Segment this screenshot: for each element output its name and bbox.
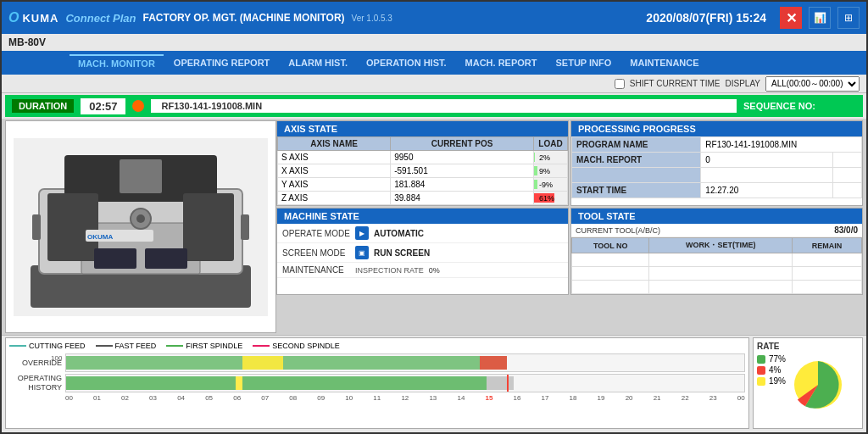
- time-20: 20: [626, 394, 633, 402]
- legend-cutting-feed: CUTTING FEED: [9, 342, 86, 350]
- prog-label-program: PROGRAM NAME: [572, 137, 701, 153]
- axis-pos-x: -591.501: [391, 164, 534, 178]
- table-row: [572, 267, 862, 281]
- table-row: Y AXIS 181.884 -9%: [278, 178, 568, 192]
- inspection-rate-value: 0%: [429, 266, 440, 275]
- col-tool-no: TOOL NO: [572, 238, 649, 253]
- override-chart-row: OVERRIDE 100: [9, 353, 745, 372]
- table-row: X AXIS -591.501 9%: [278, 164, 568, 178]
- rate-panel: RATE 77% 4% 19%: [753, 337, 863, 429]
- machine-state-header: MACHINE STATE: [277, 209, 568, 224]
- axis-pos-s: 9950: [391, 151, 534, 164]
- prog-val-empty: [701, 168, 832, 183]
- nav-alarm-hist[interactable]: ALARM HIST.: [280, 55, 356, 70]
- history-yellow1: [236, 376, 242, 390]
- display-select[interactable]: ALL(00:00～00:00): [765, 76, 860, 92]
- axis-name-z: Z AXIS: [278, 192, 391, 205]
- override-green-bar: [66, 356, 507, 370]
- history-marker: [507, 375, 509, 392]
- time-18: 18: [570, 394, 577, 402]
- time-06: 06: [233, 394, 241, 402]
- load-text-x: 9%: [537, 165, 552, 177]
- legend-fast-feed-label: FAST FEED: [115, 342, 157, 350]
- current-tool-label: CURRENT TOOL(A/B/C): [576, 226, 660, 235]
- shift-current-time-checkbox[interactable]: [615, 79, 625, 89]
- history-gray1: [487, 376, 514, 390]
- header: O KUMA Connect Plan FACTORY OP. MGT. (MA…: [2, 2, 866, 34]
- history-green1: [66, 376, 236, 390]
- processing-progress-header: PROCESSING PROGRESS: [571, 121, 862, 136]
- load-bar-fill: [534, 153, 535, 162]
- nav-maintenance[interactable]: MAINTENANCE: [621, 55, 707, 70]
- time-14: 14: [457, 394, 465, 402]
- operating-history-label: OPERATINGHISTORY: [9, 374, 62, 392]
- svg-rect-11: [32, 214, 41, 240]
- svg-rect-13: [120, 159, 162, 193]
- shift-label: SHIFT CURRENT TIME: [630, 79, 721, 88]
- time-11: 11: [373, 394, 381, 402]
- monitor-icon-button[interactable]: 📊: [809, 7, 831, 29]
- nav-operating-report[interactable]: OPERATING REPORT: [165, 55, 278, 70]
- machine-name: MB-80V: [8, 36, 46, 48]
- tool-table: TOOL NO WORK・SET(TIME) REMAIN: [571, 237, 862, 294]
- rate-dot-yellow: [757, 377, 765, 386]
- time-17: 17: [542, 394, 549, 402]
- rate-label-red: 4%: [769, 365, 781, 375]
- axis-table: AXIS NAME CURRENT POS LOAD S AXIS 9950: [277, 136, 568, 205]
- duration-bar: DURATION 02:57 RF130-141-191008.MIN SEQU…: [5, 95, 863, 117]
- operate-mode-icon: ▶: [355, 226, 369, 240]
- legend-first-spindle-label: FIRST SPINDLE: [186, 342, 242, 350]
- col-load: LOAD: [534, 137, 568, 151]
- table-row: [572, 168, 862, 183]
- time-19: 19: [598, 394, 605, 402]
- rate-label-green: 77%: [769, 354, 786, 364]
- col-remain: REMAIN: [793, 238, 862, 253]
- logo-text: KUMA: [22, 12, 58, 25]
- load-text-s: 2%: [537, 152, 552, 164]
- time-05: 05: [205, 394, 213, 402]
- duration-time: 02:57: [81, 98, 125, 114]
- time-13: 13: [429, 394, 437, 402]
- chart-area: CUTTING FEED FAST FEED FIRST SPINDLE SEC…: [5, 337, 749, 429]
- time-22: 22: [682, 394, 689, 402]
- rate-item-red: 4%: [757, 365, 786, 375]
- time-08: 08: [289, 394, 297, 402]
- axis-load-z: 61%: [534, 192, 568, 205]
- close-button[interactable]: ✕: [780, 7, 802, 29]
- svg-rect-6: [183, 193, 234, 261]
- nav-operation-hist[interactable]: OPERATION HIST.: [358, 55, 455, 70]
- settings-icon-button[interactable]: ⊞: [837, 7, 860, 29]
- axis-name-x: X AXIS: [278, 164, 391, 178]
- pie-chart: [791, 358, 846, 413]
- duration-file: RF130-141-191008.MIN: [151, 99, 737, 113]
- main-container: O KUMA Connect Plan FACTORY OP. MGT. (MA…: [0, 0, 868, 434]
- operate-mode-row: OPERATE MODE ▶ AUTOMATIC: [277, 224, 568, 243]
- rate-item-green: 77%: [757, 354, 786, 364]
- time-23: 23: [709, 394, 717, 402]
- shift-bar: SHIFT CURRENT TIME DISPLAY ALL(00:00～00:…: [2, 75, 866, 93]
- nav-mach-report[interactable]: MACH. REPORT: [457, 55, 546, 70]
- screen-mode-icon: ▣: [355, 246, 369, 259]
- screen-mode-value: RUN SCREEN: [374, 248, 430, 258]
- table-row: [572, 281, 862, 294]
- axis-name-y: Y AXIS: [278, 178, 391, 192]
- time-16: 16: [514, 394, 521, 402]
- time-09: 09: [317, 394, 325, 402]
- prog-table: PROGRAM NAME RF130-141-191008.MIN MACH. …: [571, 136, 862, 198]
- prog-val-program: RF130-141-191008.MIN: [701, 137, 862, 153]
- display-label: DISPLAY: [726, 79, 761, 88]
- nav-setup-info[interactable]: SETUP INFO: [548, 55, 620, 70]
- nav-mach-monitor[interactable]: MACH. MONITOR: [70, 54, 164, 71]
- time-07: 07: [261, 394, 269, 402]
- operate-mode-label: OPERATE MODE: [282, 229, 350, 238]
- bottom-area: CUTTING FEED FAST FEED FIRST SPINDLE SEC…: [2, 335, 866, 432]
- load-bar-fill: [534, 166, 537, 175]
- nav-bar: MACH. MONITOR OPERATING REPORT ALARM HIS…: [2, 51, 866, 75]
- svg-rect-9: [94, 248, 136, 269]
- sequence-value: [822, 104, 856, 108]
- prog-label-mach: MACH. REPORT: [572, 153, 701, 168]
- rate-items: 77% 4% 19%: [757, 354, 786, 386]
- override-yellow-bar2: [270, 356, 283, 370]
- table-row: PROGRAM NAME RF130-141-191008.MIN: [572, 137, 862, 153]
- machine-state-panel: MACHINE STATE OPERATE MODE ▶ AUTOMATIC S…: [276, 208, 569, 295]
